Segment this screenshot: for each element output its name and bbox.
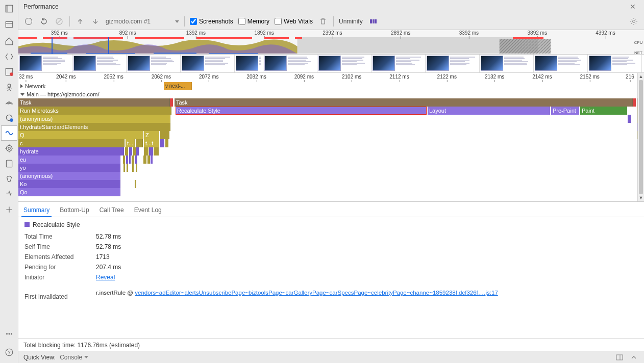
layers-icon[interactable] <box>368 16 378 27</box>
unminify-button[interactable]: Unminify <box>339 18 363 25</box>
row-anon2[interactable]: (anonymous) <box>18 172 637 180</box>
plus-icon[interactable] <box>1 202 17 217</box>
row-Q[interactable]: Q Z <box>18 131 637 139</box>
cpu-label: CPU <box>633 40 644 45</box>
svg-rect-24 <box>616 355 623 360</box>
filmstrip-frame[interactable] <box>263 55 317 72</box>
row-task[interactable]: Task Task T... <box>18 98 637 107</box>
svg-point-10 <box>8 147 10 150</box>
filmstrip-frame[interactable] <box>72 55 127 72</box>
download-icon[interactable] <box>90 16 101 27</box>
row-eu[interactable]: eu <box>18 155 637 164</box>
row-anon[interactable]: (anonymous) F... <box>18 115 637 123</box>
svg-point-22 <box>633 20 635 23</box>
performance-icon[interactable] <box>1 125 17 141</box>
svg-point-5 <box>10 72 13 76</box>
row-yo[interactable]: yo <box>18 164 637 172</box>
detail-panel: Recalculate Style Total Time52.78 ms Sel… <box>18 217 644 339</box>
chevron-right-icon <box>20 84 23 88</box>
row-microtasks[interactable]: Run Microtasks Recalculate Style Layout … <box>18 107 637 115</box>
row-Ko[interactable]: Ko <box>18 180 637 188</box>
webvitals-checkbox[interactable]: Web Vitals <box>275 18 313 25</box>
toolbar: gizmodo.com #1 Screenshots Memory Web Vi… <box>18 13 644 30</box>
svg-text:?: ? <box>8 350 10 355</box>
chevron-down-icon <box>20 93 24 96</box>
recalculate-style-bar: Recalculate Style <box>176 107 427 115</box>
settings-icon[interactable] <box>629 16 639 27</box>
event-name: Recalculate Style <box>33 221 80 228</box>
sources-icon[interactable] <box>1 80 17 95</box>
filmstrip-frame[interactable] <box>317 55 371 72</box>
tbt-text: Total blocking time: 1176.76ms (estimate… <box>23 342 140 349</box>
titlebar: Performance ✕ <box>18 0 644 13</box>
quickview-selector[interactable]: Console <box>60 354 88 361</box>
app-icon[interactable] <box>1 110 17 125</box>
event-color-swatch <box>24 222 30 227</box>
dock-icon[interactable] <box>1 2 17 15</box>
more-icon[interactable] <box>1 326 17 342</box>
tab-summary[interactable]: Summary <box>23 203 49 217</box>
elements-affected-value: 1713 <box>96 253 110 261</box>
filmstrip-frame[interactable] <box>480 55 534 72</box>
recording-name: gizmodo.com #1 <box>106 18 151 25</box>
upload-icon[interactable] <box>75 16 85 27</box>
filmstrip-frame[interactable] <box>588 55 642 72</box>
window-icon[interactable] <box>1 18 17 31</box>
welcome-icon[interactable] <box>1 34 17 49</box>
tab-eventlog[interactable]: Event Log <box>134 203 162 217</box>
record-button[interactable] <box>23 16 34 27</box>
trash-icon[interactable] <box>318 16 328 27</box>
filmstrip-frame[interactable] <box>127 55 181 72</box>
clear-icon[interactable] <box>54 16 64 27</box>
self-time-value: 52.78 ms <box>96 243 121 250</box>
flamechart: 32 ms2042 ms2052 ms2062 ms2072 ms2082 ms… <box>18 73 644 201</box>
filmstrip-frame[interactable] <box>371 55 426 72</box>
svg-point-8 <box>10 118 13 122</box>
row-hydrate[interactable]: hydrate <box>18 147 637 155</box>
network-icon[interactable] <box>1 95 17 110</box>
svg-rect-1 <box>6 5 8 12</box>
tab-bottomup[interactable]: Bottom-Up <box>60 203 89 217</box>
filmstrip-frame[interactable] <box>18 55 72 72</box>
total-time-value: 52.78 ms <box>96 233 121 240</box>
filmstrip-frame[interactable] <box>426 55 480 72</box>
svg-point-14 <box>11 333 12 335</box>
security-icon[interactable] <box>1 171 17 187</box>
svg-line-18 <box>57 19 61 23</box>
console-icon[interactable] <box>1 64 17 80</box>
filmstrip-frame[interactable] <box>534 55 588 72</box>
activity-bar: ? <box>0 0 18 363</box>
help-icon[interactable]: ? <box>1 345 17 360</box>
vertical-scrollbar[interactable]: ▲▼ <box>638 73 644 201</box>
application-icon[interactable] <box>1 156 17 171</box>
main-column: Performance ✕ gizmodo.com #1 Screenshots… <box>18 0 644 363</box>
collapse-icon[interactable] <box>629 352 639 362</box>
row-c[interactable]: c t... t...t <box>18 139 637 147</box>
memory-checkbox[interactable]: Memory <box>238 18 269 25</box>
row-Qo[interactable]: Qo <box>18 188 637 196</box>
elements-icon[interactable] <box>1 49 17 64</box>
net-label: NET <box>633 50 644 56</box>
screenshots-checkbox[interactable]: Screenshots <box>190 18 233 25</box>
panel-icon[interactable] <box>614 352 625 362</box>
flame-body[interactable]: 32 ms2042 ms2052 ms2062 ms2072 ms2082 ms… <box>18 73 638 201</box>
recording-selector[interactable]: gizmodo.com #1 <box>106 18 179 25</box>
svg-point-12 <box>6 333 8 335</box>
overview-strip[interactable]: 392 ms892 ms1392 ms1892 ms2392 ms2892 ms… <box>18 30 644 55</box>
filmstrip-frame[interactable] <box>235 55 263 72</box>
lighthouse-icon[interactable] <box>1 187 17 202</box>
filmstrip-frame[interactable] <box>181 55 235 72</box>
row-hydratestd[interactable]: t.hydrateStandardElements An <box>18 123 637 131</box>
main-row[interactable]: Main — https://gizmodo.com/ <box>18 90 637 98</box>
svg-rect-11 <box>6 160 12 167</box>
reload-icon[interactable] <box>39 16 49 27</box>
close-icon[interactable]: ✕ <box>627 3 639 11</box>
filmstrip[interactable] <box>18 55 644 73</box>
svg-rect-19 <box>370 19 372 23</box>
memory-icon[interactable] <box>1 141 17 156</box>
network-row[interactable]: Network v next-... <box>18 82 637 90</box>
svg-rect-21 <box>375 19 377 23</box>
initiator-link[interactable]: Reveal <box>96 274 115 281</box>
first-invalidated-link[interactable]: vendors~adEditor~alertsUnsubscribePage~b… <box>135 290 498 296</box>
tab-calltree[interactable]: Call Tree <box>100 203 124 217</box>
